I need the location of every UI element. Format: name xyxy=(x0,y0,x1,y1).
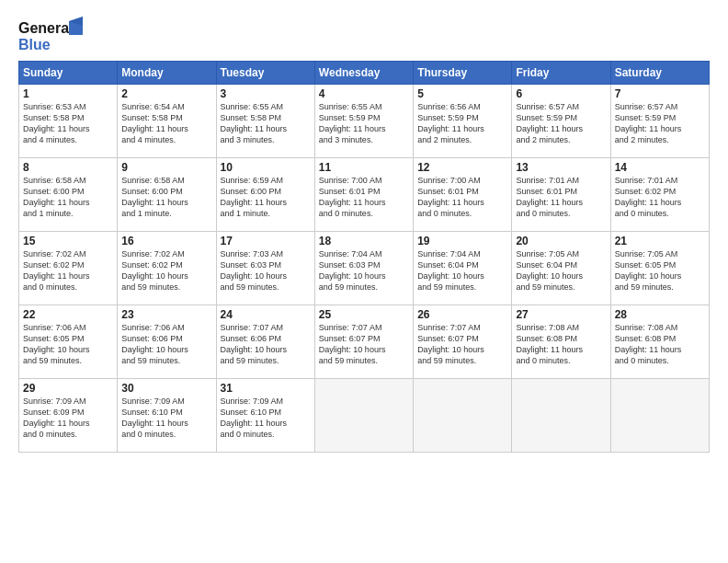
calendar-cell-33 xyxy=(414,379,512,453)
calendar-cell-22: 22Sunrise: 7:06 AM Sunset: 6:05 PM Dayli… xyxy=(19,305,118,379)
day-number-20: 20 xyxy=(516,235,606,247)
calendar-cell-20: 20Sunrise: 7:05 AM Sunset: 6:04 PM Dayli… xyxy=(512,232,610,305)
calendar-cell-27: 27Sunrise: 7:08 AM Sunset: 6:08 PM Dayli… xyxy=(512,305,610,379)
day-info-19: Sunrise: 7:04 AM Sunset: 6:04 PM Dayligh… xyxy=(417,248,507,293)
day-info-23: Sunrise: 7:06 AM Sunset: 6:06 PM Dayligh… xyxy=(121,322,211,367)
day-info-27: Sunrise: 7:08 AM Sunset: 6:08 PM Dayligh… xyxy=(516,322,606,367)
svg-text:Blue: Blue xyxy=(18,37,51,52)
calendar-cell-18: 18Sunrise: 7:04 AM Sunset: 6:03 PM Dayli… xyxy=(314,232,413,305)
calendar-cell-11: 11Sunrise: 7:00 AM Sunset: 6:01 PM Dayli… xyxy=(314,158,413,232)
calendar-cell-7: 7Sunrise: 6:57 AM Sunset: 5:59 PM Daylig… xyxy=(610,85,709,158)
day-info-25: Sunrise: 7:07 AM Sunset: 6:07 PM Dayligh… xyxy=(319,322,409,367)
calendar-cell-26: 26Sunrise: 7:07 AM Sunset: 6:07 PM Dayli… xyxy=(414,305,512,379)
day-number-1: 1 xyxy=(23,87,113,100)
weekday-header-saturday: Saturday xyxy=(610,62,709,85)
day-info-17: Sunrise: 7:03 AM Sunset: 6:03 PM Dayligh… xyxy=(221,248,311,293)
calendar-cell-1: 1Sunrise: 6:53 AM Sunset: 5:58 PM Daylig… xyxy=(19,85,118,158)
header: GeneralBlue xyxy=(18,17,710,53)
day-number-4: 4 xyxy=(319,87,409,100)
calendar-table: SundayMondayTuesdayWednesdayThursdayFrid… xyxy=(18,61,710,453)
day-info-9: Sunrise: 6:58 AM Sunset: 6:00 PM Dayligh… xyxy=(121,175,211,220)
day-number-15: 15 xyxy=(23,235,113,247)
weekday-header-monday: Monday xyxy=(118,62,216,85)
day-info-3: Sunrise: 6:55 AM Sunset: 5:58 PM Dayligh… xyxy=(221,101,311,146)
day-number-26: 26 xyxy=(417,308,507,321)
day-info-21: Sunrise: 7:05 AM Sunset: 6:05 PM Dayligh… xyxy=(615,248,705,293)
calendar-row-1: 1Sunrise: 6:53 AM Sunset: 5:58 PM Daylig… xyxy=(19,85,710,158)
calendar-cell-15: 15Sunrise: 7:02 AM Sunset: 6:02 PM Dayli… xyxy=(19,232,118,305)
calendar-cell-10: 10Sunrise: 6:59 AM Sunset: 6:00 PM Dayli… xyxy=(216,158,314,232)
calendar-cell-25: 25Sunrise: 7:07 AM Sunset: 6:07 PM Dayli… xyxy=(314,305,413,379)
day-number-9: 9 xyxy=(121,161,211,174)
weekday-header-thursday: Thursday xyxy=(414,62,512,85)
day-number-2: 2 xyxy=(121,87,211,100)
day-number-11: 11 xyxy=(319,161,409,174)
calendar-cell-32 xyxy=(314,379,413,453)
day-number-10: 10 xyxy=(221,161,311,174)
day-number-14: 14 xyxy=(615,161,705,174)
calendar-cell-29: 29Sunrise: 7:09 AM Sunset: 6:09 PM Dayli… xyxy=(19,379,118,453)
calendar-row-4: 22Sunrise: 7:06 AM Sunset: 6:05 PM Dayli… xyxy=(19,305,710,379)
day-number-12: 12 xyxy=(417,161,507,174)
calendar-cell-8: 8Sunrise: 6:58 AM Sunset: 6:00 PM Daylig… xyxy=(19,158,118,232)
day-info-11: Sunrise: 7:00 AM Sunset: 6:01 PM Dayligh… xyxy=(319,175,409,220)
day-number-3: 3 xyxy=(221,87,311,100)
calendar-cell-34 xyxy=(512,379,610,453)
calendar-cell-35 xyxy=(610,379,709,453)
day-number-22: 22 xyxy=(23,308,113,321)
day-info-1: Sunrise: 6:53 AM Sunset: 5:58 PM Dayligh… xyxy=(23,101,113,146)
weekday-header-friday: Friday xyxy=(512,62,610,85)
generalblue-logo-icon: GeneralBlue xyxy=(18,17,92,53)
calendar-row-3: 15Sunrise: 7:02 AM Sunset: 6:02 PM Dayli… xyxy=(19,232,710,305)
day-info-12: Sunrise: 7:00 AM Sunset: 6:01 PM Dayligh… xyxy=(417,175,507,220)
day-info-18: Sunrise: 7:04 AM Sunset: 6:03 PM Dayligh… xyxy=(319,248,409,293)
day-number-19: 19 xyxy=(417,235,507,247)
calendar-cell-23: 23Sunrise: 7:06 AM Sunset: 6:06 PM Dayli… xyxy=(118,305,216,379)
svg-text:General: General xyxy=(18,20,74,36)
weekday-header-tuesday: Tuesday xyxy=(216,62,314,85)
calendar-cell-13: 13Sunrise: 7:01 AM Sunset: 6:01 PM Dayli… xyxy=(512,158,610,232)
day-number-28: 28 xyxy=(615,308,705,321)
calendar-row-2: 8Sunrise: 6:58 AM Sunset: 6:00 PM Daylig… xyxy=(19,158,710,232)
calendar-cell-24: 24Sunrise: 7:07 AM Sunset: 6:06 PM Dayli… xyxy=(216,305,314,379)
calendar-cell-30: 30Sunrise: 7:09 AM Sunset: 6:10 PM Dayli… xyxy=(118,379,216,453)
day-info-7: Sunrise: 6:57 AM Sunset: 5:59 PM Dayligh… xyxy=(615,101,705,146)
day-info-14: Sunrise: 7:01 AM Sunset: 6:02 PM Dayligh… xyxy=(615,175,705,220)
calendar-cell-31: 31Sunrise: 7:09 AM Sunset: 6:10 PM Dayli… xyxy=(216,379,314,453)
calendar-cell-17: 17Sunrise: 7:03 AM Sunset: 6:03 PM Dayli… xyxy=(216,232,314,305)
day-info-26: Sunrise: 7:07 AM Sunset: 6:07 PM Dayligh… xyxy=(417,322,507,367)
day-number-6: 6 xyxy=(516,87,606,100)
weekday-header-row: SundayMondayTuesdayWednesdayThursdayFrid… xyxy=(19,62,710,85)
day-info-10: Sunrise: 6:59 AM Sunset: 6:00 PM Dayligh… xyxy=(221,175,311,220)
calendar-cell-12: 12Sunrise: 7:00 AM Sunset: 6:01 PM Dayli… xyxy=(414,158,512,232)
day-number-21: 21 xyxy=(615,235,705,247)
calendar-cell-16: 16Sunrise: 7:02 AM Sunset: 6:02 PM Dayli… xyxy=(118,232,216,305)
day-number-16: 16 xyxy=(121,235,211,247)
day-number-30: 30 xyxy=(121,382,211,395)
day-number-18: 18 xyxy=(319,235,409,247)
calendar-cell-4: 4Sunrise: 6:55 AM Sunset: 5:59 PM Daylig… xyxy=(314,85,413,158)
day-number-13: 13 xyxy=(516,161,606,174)
day-number-17: 17 xyxy=(221,235,311,247)
calendar-row-5: 29Sunrise: 7:09 AM Sunset: 6:09 PM Dayli… xyxy=(19,379,710,453)
day-number-31: 31 xyxy=(221,382,311,395)
page: GeneralBlue SundayMondayTuesdayWednesday… xyxy=(0,0,728,563)
day-number-25: 25 xyxy=(319,308,409,321)
day-info-20: Sunrise: 7:05 AM Sunset: 6:04 PM Dayligh… xyxy=(516,248,606,293)
day-info-4: Sunrise: 6:55 AM Sunset: 5:59 PM Dayligh… xyxy=(319,101,409,146)
day-number-8: 8 xyxy=(23,161,113,174)
day-info-22: Sunrise: 7:06 AM Sunset: 6:05 PM Dayligh… xyxy=(23,322,113,367)
logo: GeneralBlue xyxy=(18,17,92,53)
day-info-28: Sunrise: 7:08 AM Sunset: 6:08 PM Dayligh… xyxy=(615,322,705,367)
day-number-24: 24 xyxy=(221,308,311,321)
day-number-27: 27 xyxy=(516,308,606,321)
calendar-cell-9: 9Sunrise: 6:58 AM Sunset: 6:00 PM Daylig… xyxy=(118,158,216,232)
day-info-2: Sunrise: 6:54 AM Sunset: 5:58 PM Dayligh… xyxy=(121,101,211,146)
day-number-29: 29 xyxy=(23,382,113,395)
day-number-5: 5 xyxy=(417,87,507,100)
calendar-cell-2: 2Sunrise: 6:54 AM Sunset: 5:58 PM Daylig… xyxy=(118,85,216,158)
day-number-7: 7 xyxy=(615,87,705,100)
day-info-13: Sunrise: 7:01 AM Sunset: 6:01 PM Dayligh… xyxy=(516,175,606,220)
calendar-cell-14: 14Sunrise: 7:01 AM Sunset: 6:02 PM Dayli… xyxy=(610,158,709,232)
day-info-31: Sunrise: 7:09 AM Sunset: 6:10 PM Dayligh… xyxy=(221,396,311,441)
